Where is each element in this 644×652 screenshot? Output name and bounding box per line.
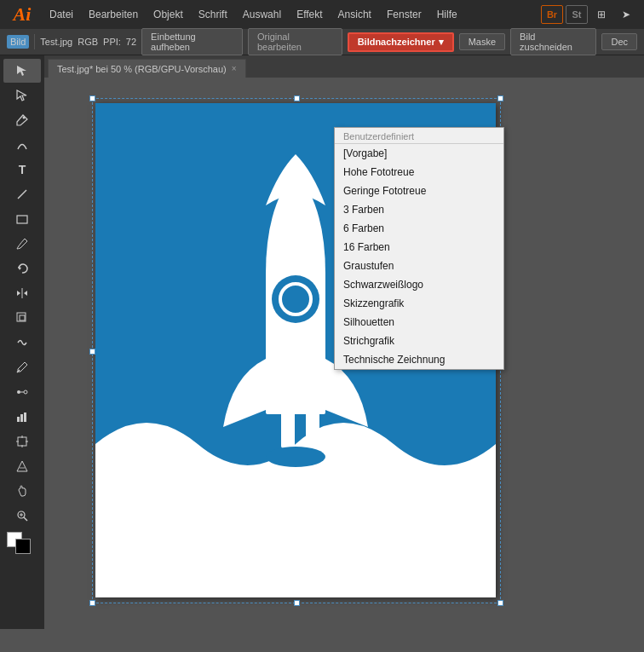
artboard-tool[interactable] xyxy=(3,430,41,453)
svg-point-26 xyxy=(280,284,311,314)
bildnachzeichner-button[interactable]: Bildnachzeichner xyxy=(348,32,454,52)
rotate-tool[interactable] xyxy=(3,257,41,280)
toolbar-area: Bild Test.jpg RGB PPI: 72 Einbettung auf… xyxy=(0,29,644,55)
handle-top-left[interactable] xyxy=(89,95,95,101)
svg-line-1 xyxy=(18,190,26,199)
curvature-tool[interactable] xyxy=(3,133,41,157)
ppi-value: 72 xyxy=(126,37,136,47)
document-tab[interactable]: Test.jpg* bei 50 % (RGB/GPU-Vorschau) × xyxy=(48,59,246,78)
dropdown-item-9[interactable]: Silhouetten xyxy=(335,313,503,332)
svg-rect-12 xyxy=(20,414,23,422)
handle-bottom-right[interactable] xyxy=(497,600,503,606)
stock-icon[interactable]: St xyxy=(566,5,588,24)
dropdown-item-8[interactable]: Skizzengrafik xyxy=(335,294,503,313)
handle-top-center[interactable] xyxy=(294,95,300,101)
svg-rect-29 xyxy=(266,401,325,414)
original-button[interactable]: Original bearbeiten xyxy=(248,28,342,55)
tab-bar: Test.jpg* bei 50 % (RGB/GPU-Vorschau) × xyxy=(44,55,644,78)
dropdown-item-6[interactable]: Graustufen xyxy=(335,257,503,275)
rect-tool[interactable] xyxy=(3,207,41,231)
dropdown-item-0[interactable]: [Vorgabe] xyxy=(335,144,503,163)
app-icons-right: Br St ⊞ ➤ xyxy=(541,5,637,24)
grid-icon[interactable]: ⊞ xyxy=(590,5,612,24)
menu-objekt[interactable]: Objekt xyxy=(147,5,190,24)
einbettung-button[interactable]: Einbettung aufheben xyxy=(141,28,243,55)
handle-top-right[interactable] xyxy=(497,95,503,101)
pen-tool[interactable] xyxy=(3,108,41,132)
svg-point-8 xyxy=(17,390,20,394)
app-logo-text: Ai xyxy=(14,5,32,24)
bild-label[interactable]: Bild xyxy=(7,35,29,49)
blend-tool[interactable] xyxy=(3,380,41,404)
dropdown-item-7[interactable]: Schwarzweißlogo xyxy=(335,275,503,294)
dropdown-item-11[interactable]: Technische Zeichnung xyxy=(335,350,503,369)
left-toolbar: T xyxy=(0,55,44,629)
svg-rect-13 xyxy=(24,413,26,422)
app-logo: Ai xyxy=(7,0,37,29)
scale-tool[interactable] xyxy=(3,306,41,330)
menu-fenster[interactable]: Fenster xyxy=(380,5,428,24)
context-toolbar: Bild Test.jpg RGB PPI: 72 Einbettung auf… xyxy=(0,29,644,55)
bridge-icon[interactable]: Br xyxy=(541,5,563,24)
line-tool[interactable] xyxy=(3,182,41,206)
zuschneiden-button[interactable]: Bild zuschneiden xyxy=(510,28,596,55)
svg-line-21 xyxy=(24,517,27,521)
hand-tool[interactable] xyxy=(3,479,41,503)
select-tool[interactable] xyxy=(3,59,41,83)
svg-rect-2 xyxy=(17,216,27,223)
svg-point-9 xyxy=(24,390,27,394)
ppi-label: PPI: xyxy=(103,37,121,47)
svg-rect-11 xyxy=(17,417,20,422)
dropdown-item-3[interactable]: 3 Farben xyxy=(335,200,503,219)
column-graph-tool[interactable] xyxy=(3,405,41,429)
eyedropper-tool[interactable] xyxy=(3,355,41,379)
canvas-viewport[interactable]: Benutzerdefiniert [Vorgabe] Hohe Fototre… xyxy=(44,78,644,629)
dropdown-item-10[interactable]: Strichgrafik xyxy=(335,332,503,350)
fill-stroke-indicator[interactable] xyxy=(3,532,41,559)
handle-bottom-center[interactable] xyxy=(294,600,300,606)
filename-label: Test.jpg xyxy=(40,37,72,47)
tab-close-button[interactable]: × xyxy=(232,64,237,73)
menu-effekt[interactable]: Effekt xyxy=(290,5,329,24)
svg-rect-5 xyxy=(20,315,25,320)
dropdown-header: Benutzerdefiniert xyxy=(335,128,503,144)
menu-bearbeiten[interactable]: Bearbeiten xyxy=(82,5,145,24)
reflect-tool[interactable] xyxy=(3,281,41,305)
maske-button[interactable]: Maske xyxy=(459,33,505,50)
handle-bottom-left[interactable] xyxy=(89,600,95,606)
menu-schrift[interactable]: Schrift xyxy=(192,5,234,24)
dropdown-item-1[interactable]: Hohe Fototreue xyxy=(335,163,503,182)
svg-line-7 xyxy=(17,370,20,372)
send-icon[interactable]: ➤ xyxy=(615,5,637,24)
menu-datei[interactable]: Datei xyxy=(43,5,80,24)
main-layout: T xyxy=(0,55,644,629)
handle-middle-left[interactable] xyxy=(89,349,95,355)
zoom-tool[interactable] xyxy=(3,504,41,528)
direct-select-tool[interactable] xyxy=(3,84,41,107)
svg-rect-14 xyxy=(18,437,26,446)
menubar: Ai Datei Bearbeiten Objekt Schrift Auswa… xyxy=(0,0,644,29)
menu-ansicht[interactable]: Ansicht xyxy=(331,5,378,24)
type-tool[interactable]: T xyxy=(3,158,41,182)
slice-tool[interactable] xyxy=(3,454,41,478)
menu-auswahl[interactable]: Auswahl xyxy=(236,5,288,24)
bildnachzeichner-dropdown: Benutzerdefiniert [Vorgabe] Hohe Fototre… xyxy=(334,127,504,370)
svg-point-0 xyxy=(23,117,26,119)
paintbrush-tool[interactable] xyxy=(3,232,41,256)
canvas-area: Test.jpg* bei 50 % (RGB/GPU-Vorschau) × xyxy=(44,55,644,629)
tab-title: Test.jpg* bei 50 % (RGB/GPU-Vorschau) xyxy=(57,64,227,74)
dropdown-item-5[interactable]: 16 Farben xyxy=(335,238,503,257)
separator xyxy=(34,34,35,49)
svg-point-30 xyxy=(266,447,325,467)
dec-button[interactable]: Dec xyxy=(601,33,637,50)
warp-tool[interactable] xyxy=(3,331,41,355)
dropdown-item-2[interactable]: Geringe Fototreue xyxy=(335,182,503,200)
menu-hilfe[interactable]: Hilfe xyxy=(430,5,464,24)
colormode-label: RGB xyxy=(78,37,98,47)
svg-marker-3 xyxy=(18,267,21,270)
dropdown-item-4[interactable]: 6 Farben xyxy=(335,219,503,238)
